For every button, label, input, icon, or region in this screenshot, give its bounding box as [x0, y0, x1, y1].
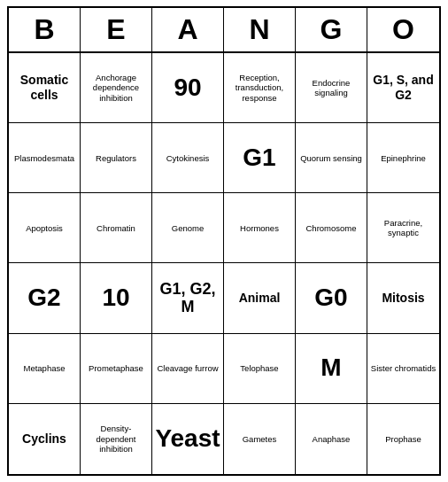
header-letter: A — [152, 8, 224, 51]
header-letter: N — [224, 8, 296, 51]
cell-content: Yeast — [155, 425, 220, 453]
cell-content: Cytokinesis — [166, 153, 210, 163]
cell-r2-c4: Chromosome — [296, 193, 367, 263]
cell-content: Regulators — [96, 153, 136, 163]
cell-r3-c3: Animal — [224, 263, 296, 333]
cell-content: Anchorage dependence inhibition — [83, 73, 149, 103]
cell-r2-c3: Hormones — [224, 193, 296, 263]
cell-r3-c4: G0 — [296, 263, 367, 333]
cell-content: Prometaphase — [89, 363, 143, 373]
cell-r4-c3: Telophase — [224, 334, 296, 404]
bingo-header: BEANGO — [9, 8, 439, 53]
cell-content: G0 — [314, 284, 347, 312]
cell-content: Endocrine signaling — [298, 78, 364, 98]
cell-content: Epinephrine — [381, 153, 426, 163]
cell-content: Animal — [239, 291, 281, 306]
cell-content: Chromatin — [97, 223, 135, 233]
cell-r5-c5: Prophase — [367, 404, 439, 474]
cell-r2-c5: Paracrine, synaptic — [367, 193, 439, 263]
cell-r5-c0: Cyclins — [9, 404, 81, 474]
cell-r3-c0: G2 — [9, 263, 81, 333]
cell-r4-c0: Metaphase — [9, 334, 81, 404]
header-letter: O — [367, 8, 439, 51]
cell-r3-c5: Mitosis — [367, 263, 439, 333]
cell-content: G1, G2, M — [155, 281, 220, 316]
cell-content: G2 — [27, 284, 60, 312]
cell-r1-c0: Plasmodesmata — [9, 123, 81, 193]
cell-r5-c3: Gametes — [224, 404, 296, 474]
cell-r0-c2: 90 — [152, 53, 224, 123]
cell-r3-c2: G1, G2, M — [152, 263, 224, 333]
cell-r4-c4: M — [296, 334, 367, 404]
cell-content: Paracrine, synaptic — [370, 218, 436, 238]
cell-content: Sister chromatids — [371, 363, 436, 373]
header-letter: G — [296, 8, 367, 51]
cell-r0-c0: Somatic cells — [9, 53, 81, 123]
header-letter: E — [81, 8, 152, 51]
cell-content: Reception, transduction, response — [227, 73, 292, 103]
cell-r2-c0: Apoptosis — [9, 193, 81, 263]
cell-r0-c5: G1, S, and G2 — [367, 53, 439, 123]
cell-r0-c3: Reception, transduction, response — [224, 53, 296, 123]
cell-r2-c1: Chromatin — [81, 193, 152, 263]
cell-r0-c1: Anchorage dependence inhibition — [81, 53, 152, 123]
cell-content: 90 — [174, 74, 201, 102]
cell-content: Mitosis — [382, 291, 424, 306]
cell-r2-c2: Genome — [152, 193, 224, 263]
cell-content: Density-dependent inhibition — [83, 424, 149, 454]
cell-r5-c4: Anaphase — [296, 404, 367, 474]
header-letter: B — [9, 8, 81, 51]
cell-content: Prophase — [385, 434, 421, 444]
cell-content: Telophase — [240, 363, 278, 373]
cell-content: Anaphase — [313, 434, 351, 444]
cell-content: Cleavage furrow — [157, 363, 218, 373]
cell-content: Gametes — [243, 434, 277, 444]
cell-r3-c1: 10 — [81, 263, 152, 333]
bingo-card: BEANGO Somatic cellsAnchorage dependence… — [7, 6, 441, 476]
cell-r5-c2: Yeast — [152, 404, 224, 474]
cell-content: Genome — [172, 223, 204, 233]
cell-r1-c2: Cytokinesis — [152, 123, 224, 193]
cell-r4-c2: Cleavage furrow — [152, 334, 224, 404]
cell-r4-c1: Prometaphase — [81, 334, 152, 404]
cell-content: Somatic cells — [12, 73, 77, 103]
cell-content: G1, S, and G2 — [370, 73, 436, 103]
cell-r1-c3: G1 — [224, 123, 296, 193]
cell-content: Plasmodesmata — [14, 153, 74, 163]
cell-content: 10 — [102, 284, 129, 312]
cell-content: Metaphase — [23, 363, 65, 373]
cell-r1-c5: Epinephrine — [367, 123, 439, 193]
cell-content: M — [321, 354, 341, 382]
cell-content: Apoptosis — [26, 223, 63, 233]
cell-content: Hormones — [240, 223, 279, 233]
cell-content: Quorum sensing — [300, 153, 362, 163]
cell-r5-c1: Density-dependent inhibition — [81, 404, 152, 474]
cell-r0-c4: Endocrine signaling — [296, 53, 367, 123]
cell-content: G1 — [243, 144, 275, 172]
bingo-grid: Somatic cellsAnchorage dependence inhibi… — [9, 53, 439, 474]
cell-r1-c1: Regulators — [81, 123, 152, 193]
cell-content: Cyclins — [22, 431, 66, 447]
cell-content: Chromosome — [305, 223, 356, 233]
cell-r4-c5: Sister chromatids — [367, 334, 439, 404]
cell-r1-c4: Quorum sensing — [296, 123, 367, 193]
